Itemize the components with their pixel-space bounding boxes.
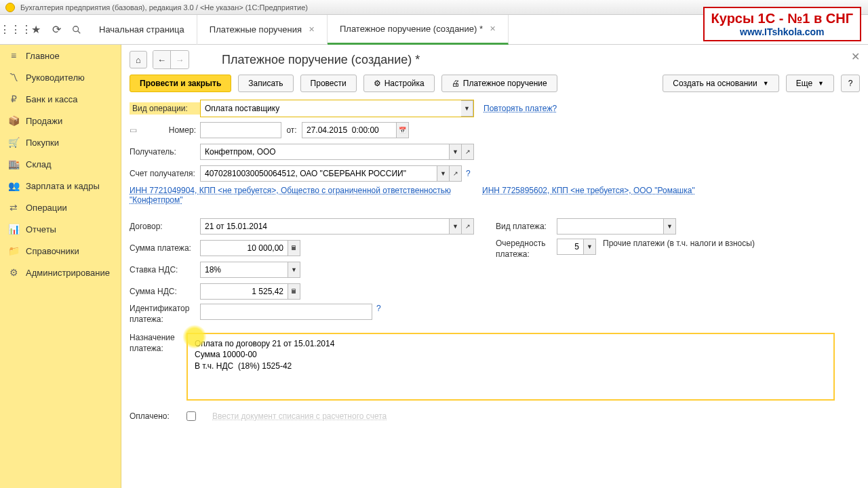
folder-icon: 📁: [8, 245, 19, 256]
sidebar-item-purchases[interactable]: 🛒Покупки: [0, 131, 121, 153]
clock-icon[interactable]: ⟳: [46, 20, 66, 40]
tab-orders[interactable]: Платежные поручения✕: [197, 15, 328, 45]
cart-icon: 🛒: [8, 137, 19, 148]
sidebar-item-bank[interactable]: ₽Банк и касса: [0, 88, 121, 110]
sidebar-item-admin[interactable]: ⚙Администрирование: [0, 262, 121, 283]
payid-input[interactable]: [200, 304, 372, 320]
favorite-icon[interactable]: ★: [26, 20, 46, 40]
tab-home[interactable]: Начальная страница: [87, 15, 197, 45]
svg-point-0: [73, 26, 79, 31]
watermark: Курсы 1С - №1 в СНГ www.ITshkola.com: [703, 7, 861, 41]
home-button[interactable]: ⌂: [130, 51, 147, 68]
watermark-top: Курсы 1С - №1 в СНГ: [711, 11, 853, 26]
sum-input[interactable]: [200, 240, 288, 256]
apps-icon[interactable]: ⋮⋮⋮: [5, 20, 26, 40]
dropdown-icon[interactable]: ▼: [450, 144, 462, 160]
dropdown-icon[interactable]: ▼: [584, 239, 596, 255]
calc-icon[interactable]: 🖩: [288, 240, 300, 256]
ops-icon: ⇄: [8, 202, 19, 213]
label-optype: Вид операции:: [130, 102, 200, 115]
print-button[interactable]: 🖨Платежное поручение: [441, 75, 557, 92]
search-icon[interactable]: [66, 20, 87, 40]
dropdown-icon[interactable]: ▼: [450, 218, 462, 235]
priority-input[interactable]: [557, 239, 584, 255]
label-number: Номер:: [143, 125, 200, 135]
page-title: Платежное поручение (создание) *: [222, 53, 420, 67]
label-vat-rate: Ставка НДС:: [130, 265, 200, 274]
sidebar-item-sales[interactable]: 📦Продажи: [0, 110, 121, 131]
sidebar-item-hr[interactable]: 👥Зарплата и кадры: [0, 175, 121, 197]
svg-line-1: [78, 30, 81, 33]
open-icon[interactable]: ↗: [450, 165, 462, 182]
help-button[interactable]: ?: [841, 75, 860, 92]
save-button[interactable]: Записать: [238, 75, 293, 92]
back-button[interactable]: ←: [153, 51, 171, 68]
payer-details-link[interactable]: ИНН 7721049904, КПП <не требуется>, Обще…: [130, 186, 451, 205]
recipient-input[interactable]: [200, 144, 450, 160]
close-icon[interactable]: ✕: [490, 24, 496, 33]
label-payid: Идентификатор платежа:: [130, 304, 200, 325]
more-button[interactable]: Еще▼: [786, 75, 834, 92]
sidebar-item-main[interactable]: ≡Главное: [0, 45, 121, 66]
label-paid: Оплачено:: [130, 411, 186, 421]
post-and-close-button[interactable]: Провести и закрыть: [130, 75, 231, 92]
contract-input[interactable]: [200, 218, 450, 235]
sidebar: ≡Главное 〽Руководителю ₽Банк и касса 📦Пр…: [0, 45, 121, 488]
paytype-input[interactable]: [557, 218, 664, 235]
box-out-icon: 📦: [8, 115, 19, 126]
window-title: Бухгалтерия предприятия (базовая), редак…: [20, 3, 308, 12]
vat-sum-input[interactable]: [200, 283, 288, 300]
open-icon[interactable]: ↗: [462, 144, 474, 160]
chevron-down-icon: ▼: [763, 80, 769, 87]
warehouse-icon: 🏬: [8, 159, 19, 169]
watermark-bottom: www.ITshkola.com: [711, 26, 853, 37]
number-input[interactable]: [200, 122, 281, 138]
vat-rate-input[interactable]: [200, 262, 288, 278]
optype-input[interactable]: [201, 100, 461, 117]
label-from: от:: [281, 125, 302, 135]
repeat-link[interactable]: Повторять платеж?: [484, 104, 557, 113]
label-sum: Сумма платежа:: [130, 243, 200, 253]
post-button[interactable]: Провести: [300, 75, 357, 92]
paid-checkbox[interactable]: [186, 411, 196, 421]
close-page-icon[interactable]: ✕: [851, 50, 860, 63]
gear-icon: ⚙: [374, 79, 381, 88]
dropdown-icon[interactable]: ▼: [461, 100, 473, 117]
forward-button[interactable]: →: [171, 51, 189, 68]
writeoff-link[interactable]: Ввести документ списания с расчетного сч…: [212, 411, 387, 421]
dropdown-icon[interactable]: ▼: [437, 165, 450, 182]
label-vat-sum: Сумма НДС:: [130, 287, 200, 296]
help-icon[interactable]: ?: [376, 304, 381, 313]
payee-details-link[interactable]: ИНН 7725895602, КПП <не требуется>, ООО …: [482, 186, 695, 195]
dropdown-icon[interactable]: ▼: [288, 262, 300, 278]
doc-icon: ▭: [130, 125, 137, 135]
sidebar-item-reports[interactable]: 📊Отчеты: [0, 218, 121, 240]
people-icon: 👥: [8, 180, 19, 191]
help-icon[interactable]: ?: [466, 169, 471, 178]
label-contract: Договор:: [130, 222, 200, 231]
gear-icon: ⚙: [8, 267, 19, 278]
content: ✕ ⌂ ← → Платежное поручение (создание) *…: [121, 45, 868, 488]
label-priority: Очередность платежа:: [496, 239, 557, 260]
dropdown-icon[interactable]: ▼: [664, 218, 676, 235]
calendar-icon[interactable]: 📅: [397, 122, 409, 138]
priority-note: Прочие платежи (в т.ч. налоги и взносы): [603, 239, 755, 248]
settings-button[interactable]: ⚙Настройка: [363, 75, 435, 92]
date-input[interactable]: [302, 122, 397, 138]
sidebar-item-dirs[interactable]: 📁Справочники: [0, 240, 121, 262]
sidebar-item-ops[interactable]: ⇄Операции: [0, 197, 121, 218]
tab-order-create[interactable]: Платежное поручение (создание) *✕: [328, 15, 509, 45]
calc-icon[interactable]: 🖩: [288, 283, 300, 300]
close-icon[interactable]: ✕: [309, 25, 315, 34]
create-based-button[interactable]: Создать на основании▼: [663, 75, 778, 92]
label-purpose: Назначение платежа:: [130, 333, 186, 354]
chevron-down-icon: ▼: [818, 80, 824, 87]
trend-icon: 〽: [8, 72, 19, 83]
account-input[interactable]: [200, 165, 437, 182]
sidebar-item-manager[interactable]: 〽Руководителю: [0, 66, 121, 88]
open-icon[interactable]: ↗: [462, 218, 474, 235]
chart-icon: 📊: [8, 224, 19, 235]
purpose-textarea[interactable]: [186, 333, 835, 401]
menu-icon: ≡: [8, 50, 19, 61]
sidebar-item-warehouse[interactable]: 🏬Склад: [0, 153, 121, 175]
